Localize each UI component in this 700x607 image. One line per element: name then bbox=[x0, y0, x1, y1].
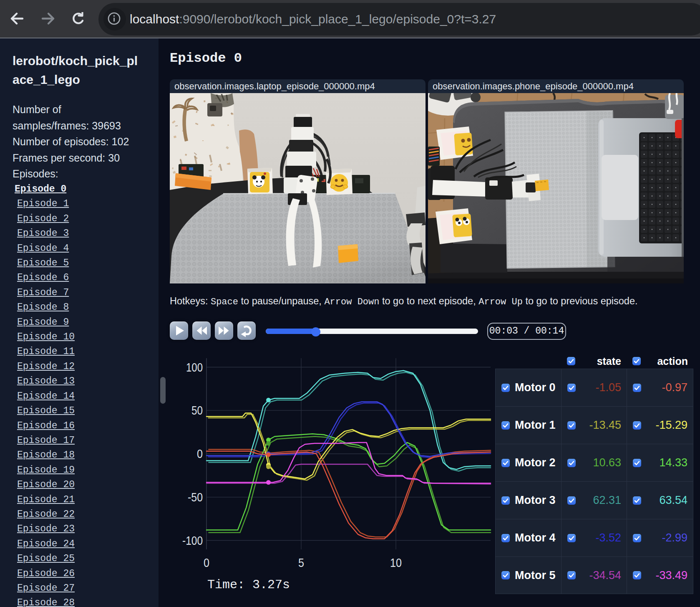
svg-text:0: 0 bbox=[204, 556, 209, 569]
svg-text:50: 50 bbox=[191, 404, 203, 417]
svg-text:5: 5 bbox=[298, 556, 304, 569]
svg-text:10: 10 bbox=[390, 556, 402, 569]
svg-text:100: 100 bbox=[186, 361, 203, 374]
svg-text:-50: -50 bbox=[188, 491, 203, 504]
svg-text:0: 0 bbox=[197, 447, 203, 460]
svg-text:-100: -100 bbox=[182, 534, 203, 547]
